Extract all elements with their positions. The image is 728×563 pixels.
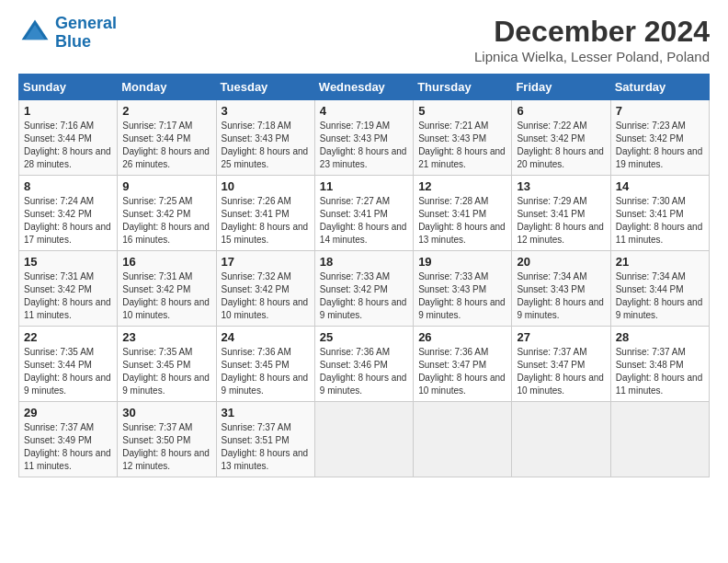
calendar-day-cell: 26Sunrise: 7:36 AM Sunset: 3:47 PM Dayli… xyxy=(414,327,512,402)
day-number: 30 xyxy=(122,406,210,419)
day-info: Sunrise: 7:37 AM Sunset: 3:51 PM Dayligh… xyxy=(222,421,310,473)
calendar-week-row: 15Sunrise: 7:31 AM Sunset: 3:42 PM Dayli… xyxy=(19,251,710,327)
day-info: Sunrise: 7:24 AM Sunset: 3:42 PM Dayligh… xyxy=(24,195,112,247)
day-number: 17 xyxy=(222,255,310,269)
day-number: 2 xyxy=(122,104,210,118)
day-info: Sunrise: 7:34 AM Sunset: 3:44 PM Dayligh… xyxy=(616,270,704,322)
day-number: 8 xyxy=(24,179,112,193)
weekday-header-cell: Monday xyxy=(118,75,216,100)
day-info: Sunrise: 7:19 AM Sunset: 3:43 PM Dayligh… xyxy=(320,120,408,171)
day-number: 5 xyxy=(418,104,506,118)
logo-text: General Blue xyxy=(55,15,117,52)
day-info: Sunrise: 7:36 AM Sunset: 3:46 PM Dayligh… xyxy=(320,346,408,397)
calendar-day-cell: 16Sunrise: 7:31 AM Sunset: 3:42 PM Dayli… xyxy=(118,251,216,327)
day-number: 10 xyxy=(222,179,310,193)
day-number: 12 xyxy=(418,179,506,193)
calendar-day-cell: 7Sunrise: 7:23 AM Sunset: 3:42 PM Daylig… xyxy=(610,100,709,176)
day-number: 22 xyxy=(24,330,112,344)
logo-icon xyxy=(18,17,51,50)
calendar-day-cell xyxy=(414,402,512,477)
day-number: 23 xyxy=(122,330,210,344)
calendar-day-cell xyxy=(610,402,709,477)
day-info: Sunrise: 7:16 AM Sunset: 3:44 PM Dayligh… xyxy=(24,120,112,171)
day-info: Sunrise: 7:37 AM Sunset: 3:50 PM Dayligh… xyxy=(122,421,210,473)
calendar-day-cell: 3Sunrise: 7:18 AM Sunset: 3:43 PM Daylig… xyxy=(216,100,314,176)
calendar-day-cell: 6Sunrise: 7:22 AM Sunset: 3:42 PM Daylig… xyxy=(512,100,610,176)
day-number: 27 xyxy=(517,330,605,344)
day-number: 16 xyxy=(122,255,210,269)
weekday-header-cell: Friday xyxy=(512,75,610,100)
day-info: Sunrise: 7:33 AM Sunset: 3:42 PM Dayligh… xyxy=(320,270,408,322)
day-info: Sunrise: 7:21 AM Sunset: 3:43 PM Dayligh… xyxy=(418,120,506,171)
day-number: 13 xyxy=(517,179,605,193)
calendar-day-cell: 15Sunrise: 7:31 AM Sunset: 3:42 PM Dayli… xyxy=(19,251,118,327)
day-info: Sunrise: 7:22 AM Sunset: 3:42 PM Dayligh… xyxy=(517,120,605,171)
weekday-header-cell: Thursday xyxy=(414,75,512,100)
calendar-day-cell: 1Sunrise: 7:16 AM Sunset: 3:44 PM Daylig… xyxy=(19,100,118,176)
day-number: 19 xyxy=(418,255,506,269)
calendar-day-cell: 9Sunrise: 7:25 AM Sunset: 3:42 PM Daylig… xyxy=(118,176,216,251)
weekday-header-row: SundayMondayTuesdayWednesdayThursdayFrid… xyxy=(19,75,710,100)
day-number: 9 xyxy=(122,179,210,193)
logo: General Blue xyxy=(18,15,117,52)
day-info: Sunrise: 7:28 AM Sunset: 3:41 PM Dayligh… xyxy=(418,195,506,247)
day-number: 14 xyxy=(616,179,704,193)
calendar-day-cell: 23Sunrise: 7:35 AM Sunset: 3:45 PM Dayli… xyxy=(118,327,216,402)
day-number: 24 xyxy=(222,330,310,344)
page-header: General Blue December 2024 Lipnica Wielk… xyxy=(18,15,710,64)
day-info: Sunrise: 7:37 AM Sunset: 3:49 PM Dayligh… xyxy=(24,421,112,473)
day-info: Sunrise: 7:23 AM Sunset: 3:42 PM Dayligh… xyxy=(616,120,704,171)
calendar-day-cell: 14Sunrise: 7:30 AM Sunset: 3:41 PM Dayli… xyxy=(610,176,709,251)
day-info: Sunrise: 7:33 AM Sunset: 3:43 PM Dayligh… xyxy=(418,270,506,322)
day-info: Sunrise: 7:34 AM Sunset: 3:43 PM Dayligh… xyxy=(517,270,605,322)
day-info: Sunrise: 7:35 AM Sunset: 3:44 PM Dayligh… xyxy=(24,346,112,397)
calendar-day-cell: 18Sunrise: 7:33 AM Sunset: 3:42 PM Dayli… xyxy=(314,251,413,327)
day-info: Sunrise: 7:37 AM Sunset: 3:48 PM Dayligh… xyxy=(616,346,704,397)
day-info: Sunrise: 7:27 AM Sunset: 3:41 PM Dayligh… xyxy=(320,195,408,247)
weekday-header-cell: Saturday xyxy=(610,75,709,100)
day-number: 11 xyxy=(320,179,408,193)
weekday-header-cell: Tuesday xyxy=(216,75,314,100)
day-number: 3 xyxy=(222,104,310,118)
day-info: Sunrise: 7:36 AM Sunset: 3:45 PM Dayligh… xyxy=(222,346,310,397)
day-number: 15 xyxy=(24,255,112,269)
calendar-day-cell xyxy=(512,402,610,477)
day-number: 29 xyxy=(24,406,112,419)
day-info: Sunrise: 7:31 AM Sunset: 3:42 PM Dayligh… xyxy=(122,270,210,322)
day-info: Sunrise: 7:35 AM Sunset: 3:45 PM Dayligh… xyxy=(122,346,210,397)
calendar-day-cell: 22Sunrise: 7:35 AM Sunset: 3:44 PM Dayli… xyxy=(19,327,118,402)
calendar-day-cell: 12Sunrise: 7:28 AM Sunset: 3:41 PM Dayli… xyxy=(414,176,512,251)
calendar-day-cell: 27Sunrise: 7:37 AM Sunset: 3:47 PM Dayli… xyxy=(512,327,610,402)
calendar-week-row: 8Sunrise: 7:24 AM Sunset: 3:42 PM Daylig… xyxy=(19,176,710,251)
day-number: 1 xyxy=(24,104,112,118)
calendar-week-row: 22Sunrise: 7:35 AM Sunset: 3:44 PM Dayli… xyxy=(19,327,710,402)
day-info: Sunrise: 7:18 AM Sunset: 3:43 PM Dayligh… xyxy=(222,120,310,171)
calendar-day-cell: 20Sunrise: 7:34 AM Sunset: 3:43 PM Dayli… xyxy=(512,251,610,327)
calendar-day-cell: 2Sunrise: 7:17 AM Sunset: 3:44 PM Daylig… xyxy=(118,100,216,176)
day-info: Sunrise: 7:36 AM Sunset: 3:47 PM Dayligh… xyxy=(418,346,506,397)
month-title: December 2024 xyxy=(474,15,710,49)
calendar-day-cell: 28Sunrise: 7:37 AM Sunset: 3:48 PM Dayli… xyxy=(610,327,709,402)
day-info: Sunrise: 7:32 AM Sunset: 3:42 PM Dayligh… xyxy=(222,270,310,322)
calendar-day-cell: 29Sunrise: 7:37 AM Sunset: 3:49 PM Dayli… xyxy=(19,402,118,477)
day-info: Sunrise: 7:25 AM Sunset: 3:42 PM Dayligh… xyxy=(122,195,210,247)
day-number: 25 xyxy=(320,330,408,344)
day-info: Sunrise: 7:26 AM Sunset: 3:41 PM Dayligh… xyxy=(222,195,310,247)
calendar-day-cell: 30Sunrise: 7:37 AM Sunset: 3:50 PM Dayli… xyxy=(118,402,216,477)
weekday-header-cell: Sunday xyxy=(19,75,118,100)
day-number: 18 xyxy=(320,255,408,269)
day-number: 4 xyxy=(320,104,408,118)
calendar-week-row: 29Sunrise: 7:37 AM Sunset: 3:49 PM Dayli… xyxy=(19,402,710,477)
day-number: 20 xyxy=(517,255,605,269)
title-area: December 2024 Lipnica Wielka, Lesser Pol… xyxy=(474,15,710,64)
day-info: Sunrise: 7:29 AM Sunset: 3:41 PM Dayligh… xyxy=(517,195,605,247)
day-number: 26 xyxy=(418,330,506,344)
day-number: 28 xyxy=(616,330,704,344)
calendar-body: 1Sunrise: 7:16 AM Sunset: 3:44 PM Daylig… xyxy=(19,100,710,477)
calendar-day-cell: 13Sunrise: 7:29 AM Sunset: 3:41 PM Dayli… xyxy=(512,176,610,251)
day-info: Sunrise: 7:31 AM Sunset: 3:42 PM Dayligh… xyxy=(24,270,112,322)
calendar-week-row: 1Sunrise: 7:16 AM Sunset: 3:44 PM Daylig… xyxy=(19,100,710,176)
calendar-day-cell xyxy=(314,402,413,477)
calendar-day-cell: 21Sunrise: 7:34 AM Sunset: 3:44 PM Dayli… xyxy=(610,251,709,327)
calendar-day-cell: 4Sunrise: 7:19 AM Sunset: 3:43 PM Daylig… xyxy=(314,100,413,176)
